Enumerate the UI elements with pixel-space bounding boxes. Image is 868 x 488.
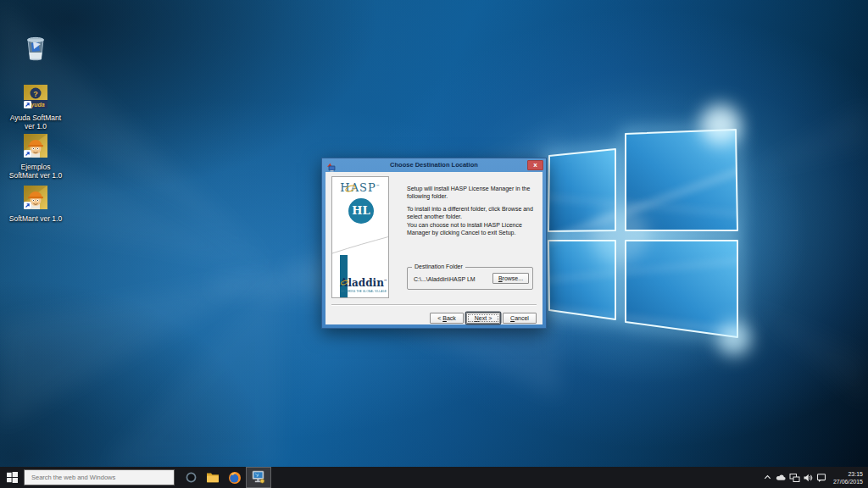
icon-label: Ejemplos SoftMant ver 1.0 <box>3 163 68 180</box>
recycle-bin-icon <box>22 32 49 66</box>
taskbar-task-view-button[interactable] <box>180 467 202 488</box>
tray-action-center-icon[interactable] <box>816 467 827 488</box>
window-title: Choose Destination Location <box>348 158 520 172</box>
button-separator <box>331 304 537 306</box>
next-button[interactable]: Next > <box>466 313 500 324</box>
installer-window: Choose Destination Location x HASP™ HL A… <box>321 158 547 329</box>
branding-panel: HASP™ HL Aladdin™ SECURING THE GLOBAL VI… <box>331 176 389 298</box>
desktop-icon-ayuda-softmant[interactable]: ? Ayuda Ayuda SoftMant ver 1.0 <box>3 85 68 130</box>
setup-instruction-1: Setup will install HASP License Manager … <box>407 185 541 200</box>
start-button[interactable] <box>0 467 24 488</box>
tray-network-icon[interactable] <box>789 467 800 488</box>
task-view-icon <box>185 471 198 484</box>
shortcut-arrow-icon <box>24 146 31 161</box>
setup-instruction-2: To install into a different folder, clic… <box>407 205 541 220</box>
ayuda-app-icon: ? Ayuda <box>24 85 47 112</box>
worker-app-icon <box>24 186 47 213</box>
icon-label: SoftMant ver 1.0 <box>3 214 68 223</box>
taskbar: 23:15 27/06/2015 <box>0 467 868 488</box>
dialog-body: HASP™ HL Aladdin™ SECURING THE GLOBAL VI… <box>326 172 542 324</box>
icon-label: Ayuda SoftMant ver 1.0 <box>3 114 68 130</box>
setup-instruction-3: You can choose not to install HASP Licen… <box>407 221 541 236</box>
aladdin-tagline: SECURING THE GLOBAL VILLAGE <box>341 290 387 292</box>
tray-chevron-up-icon[interactable] <box>762 467 773 488</box>
destination-folder-group: Destination Folder C:\...\Aladdin\HASP L… <box>407 267 533 290</box>
taskbar-file-explorer-button[interactable] <box>202 467 224 488</box>
browse-button[interactable]: Browse... <box>492 273 529 284</box>
shortcut-arrow-icon <box>24 197 31 213</box>
hl-badge: HL <box>348 198 374 224</box>
destination-folder-label: Destination Folder <box>412 263 465 269</box>
tray-clock[interactable]: 23:15 27/06/2015 <box>833 470 863 485</box>
shortcut-arrow-icon <box>24 97 31 112</box>
windows-logo-icon <box>7 472 18 483</box>
destination-path: C:\...\Aladdin\HASP LM <box>414 276 476 282</box>
clock-date: 27/06/2015 <box>833 478 863 485</box>
close-button[interactable]: x <box>527 160 543 170</box>
firefox-icon <box>228 471 242 485</box>
svg-text:?: ? <box>33 90 38 98</box>
tray-volume-icon[interactable] <box>803 467 814 488</box>
desktop-icon-recycle-bin[interactable] <box>3 32 68 68</box>
tray-onedrive-cloud-icon[interactable] <box>776 467 787 488</box>
file-explorer-icon <box>206 472 220 483</box>
system-tray: 23:15 27/06/2015 <box>762 467 868 488</box>
cancel-button[interactable]: Cancel <box>503 313 537 324</box>
taskbar-setup-button-active[interactable] <box>246 467 271 488</box>
title-bar[interactable]: Choose Destination Location x <box>322 158 546 172</box>
taskbar-firefox-button[interactable] <box>224 467 246 488</box>
clock-time: 23:15 <box>833 470 863 478</box>
desktop-icon-softmant[interactable]: SoftMant ver 1.0 <box>3 186 68 223</box>
installer-app-icon <box>251 470 266 485</box>
desktop-icon-ejemplos-softmant[interactable]: Ejemplos SoftMant ver 1.0 <box>3 134 68 180</box>
back-button[interactable]: < Back <box>430 313 464 324</box>
hasp-logo-text: HASP™ <box>332 181 388 194</box>
taskbar-search[interactable] <box>24 469 175 485</box>
search-input[interactable] <box>25 474 174 481</box>
worker-app-icon <box>24 134 47 161</box>
